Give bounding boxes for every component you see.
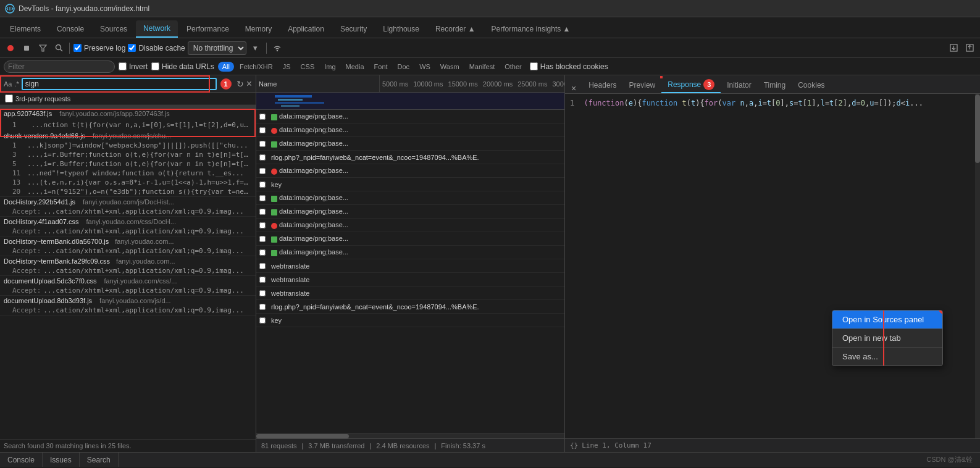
result-line-2-2[interactable]: 3...,i=r.Buffer;function o(t,e){for(var … xyxy=(0,150,256,159)
tab-network[interactable]: Network xyxy=(136,20,178,38)
record-button[interactable] xyxy=(4,41,17,55)
row-checkbox-16[interactable] xyxy=(256,317,269,324)
net-row-7[interactable]: data:image/png;base... xyxy=(256,191,564,205)
net-row-13[interactable]: webtranslate xyxy=(256,273,564,286)
tab-console[interactable]: Console xyxy=(49,20,91,38)
response-scrollbar[interactable] xyxy=(975,94,980,438)
result-line-6-1[interactable]: Accept:...cation/xhtml+xml,application/x… xyxy=(0,266,256,275)
net-row-16[interactable]: key xyxy=(256,314,564,327)
result-line-5-1[interactable]: Accept:...cation/xhtml+xml,application/x… xyxy=(0,246,256,256)
tab-lighthouse[interactable]: Lighthouse xyxy=(375,20,427,38)
preserve-log-checkbox[interactable] xyxy=(73,44,82,52)
has-blocked-cookies-checkbox[interactable] xyxy=(530,62,538,70)
hide-data-urls-label[interactable]: Hide data URLs xyxy=(151,62,214,71)
row-checkbox-1[interactable] xyxy=(256,114,269,120)
search-input[interactable] xyxy=(22,78,217,90)
tab-initiator[interactable]: Initiator xyxy=(721,77,757,93)
result-line-8-1[interactable]: Accept:...cation/xhtml+xml,application/x… xyxy=(0,306,256,315)
filter-manifest[interactable]: Manifest xyxy=(465,62,500,72)
tab-performance[interactable]: Performance xyxy=(179,20,237,38)
result-line-7-1[interactable]: Accept:...cation/xhtml+xml,application/x… xyxy=(0,286,256,295)
filter-input[interactable] xyxy=(4,61,115,73)
tab-headers[interactable]: Headers xyxy=(582,77,622,93)
net-row-10[interactable]: data:image/png;base... xyxy=(256,232,564,246)
result-file-8[interactable]: documentUpload.8db3d93f.js fanyi.youdao.… xyxy=(0,296,256,306)
row-checkbox-8[interactable] xyxy=(256,209,269,215)
row-checkbox-5[interactable] xyxy=(256,168,269,174)
row-checkbox-4[interactable] xyxy=(256,154,269,161)
filter-button[interactable] xyxy=(36,41,49,55)
tab-performance-insights[interactable]: Performance insights ▲ xyxy=(484,20,578,38)
stop-button[interactable] xyxy=(20,41,33,55)
context-menu-open-sources[interactable]: Open in Sources panel xyxy=(832,311,942,328)
invert-checkbox[interactable] xyxy=(119,62,127,70)
result-file-3[interactable]: DocHistory.292b54d1.js fanyi.youdao.com/… xyxy=(0,197,256,207)
filter-other[interactable]: Other xyxy=(500,62,526,72)
result-line-2-5[interactable]: 13...(t,e,n,r,i){var o,s,a=8*i-r-1,u=(1<… xyxy=(0,178,256,187)
preserve-log-label[interactable]: Preserve log xyxy=(73,44,125,52)
export-button[interactable] xyxy=(963,41,976,55)
net-row-8[interactable]: data:image/png;base... xyxy=(256,205,564,219)
row-checkbox-6[interactable] xyxy=(256,182,269,188)
import-button[interactable] xyxy=(947,41,960,55)
tab-security[interactable]: Security xyxy=(333,20,374,38)
horizontal-scrollbar[interactable] xyxy=(256,433,564,438)
row-checkbox-7[interactable] xyxy=(256,195,269,201)
filter-doc[interactable]: Doc xyxy=(393,62,414,72)
tab-response[interactable]: Response 3 xyxy=(661,77,721,93)
row-checkbox-11[interactable] xyxy=(256,249,269,256)
filter-ws[interactable]: WS xyxy=(415,62,435,72)
context-menu-save-as[interactable]: Save as... xyxy=(832,348,942,366)
third-party-checkbox[interactable] xyxy=(5,94,13,102)
row-checkbox-2[interactable] xyxy=(256,127,269,133)
throttle-dropdown-button[interactable]: ▾ xyxy=(249,41,262,55)
filter-img[interactable]: Img xyxy=(320,62,340,72)
row-checkbox-15[interactable] xyxy=(256,304,269,310)
result-file-1[interactable]: app.9207463f.js fanyi.youdao.com/js/app.… xyxy=(0,109,256,119)
h-scroll-thumb[interactable] xyxy=(256,434,349,438)
bottom-tab-console[interactable]: Console xyxy=(0,453,43,467)
filter-wasm[interactable]: Wasm xyxy=(436,62,464,72)
response-scroll-thumb[interactable] xyxy=(975,94,980,164)
invert-label[interactable]: Invert xyxy=(119,62,148,71)
wifi-button[interactable] xyxy=(270,41,284,55)
result-line-3-1[interactable]: Accept:...cation/xhtml+xml,application/x… xyxy=(0,207,256,216)
result-file-5[interactable]: DocHistory~termBank.d0a56700.js fanyi.yo… xyxy=(0,236,256,246)
result-line-1-1[interactable]: 1 ...nction t(t){for(var n,a,i=[0],s=t[1… xyxy=(0,119,256,131)
filter-css[interactable]: CSS xyxy=(296,62,319,72)
row-checkbox-10[interactable] xyxy=(256,236,269,242)
disable-cache-checkbox[interactable] xyxy=(128,44,136,52)
bottom-tab-issues[interactable]: Issues xyxy=(43,453,80,467)
tab-sources[interactable]: Sources xyxy=(93,20,135,38)
search-close-button[interactable]: × xyxy=(246,78,252,90)
result-line-4-1[interactable]: Accept:...cation/xhtml+xml,application/x… xyxy=(0,227,256,236)
net-row-14[interactable]: webtranslate xyxy=(256,286,564,300)
net-row-15[interactable]: rlog.php?_npid=fanyiweb&_ncat=event&_nco… xyxy=(256,300,564,314)
net-row-6[interactable]: key xyxy=(256,178,564,191)
tab-application[interactable]: Application xyxy=(280,20,332,38)
row-checkbox-3[interactable] xyxy=(256,141,269,147)
hide-data-urls-checkbox[interactable] xyxy=(151,62,159,70)
filter-media[interactable]: Media xyxy=(341,62,369,72)
filter-js[interactable]: JS xyxy=(279,62,295,72)
search-results-list[interactable]: app.9207463f.js fanyi.youdao.com/js/app.… xyxy=(0,109,256,439)
result-line-2-3[interactable]: 5...,i=r.Buffer;function o(t,e){for(var … xyxy=(0,159,256,169)
net-row-5[interactable]: data:image/png;base... xyxy=(256,164,564,178)
row-checkbox-14[interactable] xyxy=(256,290,269,296)
filter-fetch-xhr[interactable]: Fetch/XHR xyxy=(235,62,277,72)
net-row-4[interactable]: rlog.php?_npid=fanyiweb&_ncat=event&_nco… xyxy=(256,151,564,164)
result-line-2-6[interactable]: 20...,i=n("9152"),o=n("e3db");function s… xyxy=(0,187,256,196)
search-refresh-button[interactable]: ↻ xyxy=(237,79,244,89)
has-blocked-cookies-label[interactable]: Has blocked cookies xyxy=(530,62,608,71)
filter-all[interactable]: All xyxy=(218,62,234,72)
tab-preview[interactable]: Preview xyxy=(623,77,662,93)
search-button[interactable] xyxy=(52,41,65,55)
bottom-tab-search[interactable]: Search xyxy=(80,453,119,467)
context-menu-open-new-tab[interactable]: Open in new tab xyxy=(832,329,942,347)
result-line-2-1[interactable]: 1...k]sonp"]=window["webpackJsonp"]||[])… xyxy=(0,141,256,150)
result-file-4[interactable]: DocHistory.4f1aad07.css fanyi.youdao.com… xyxy=(0,217,256,227)
row-checkbox-13[interactable] xyxy=(256,277,269,283)
filter-font[interactable]: Font xyxy=(370,62,392,72)
row-checkbox-9[interactable] xyxy=(256,222,269,228)
result-file-7[interactable]: documentUpload.5dc3c7f0.css fanyi.youdao… xyxy=(0,276,256,286)
